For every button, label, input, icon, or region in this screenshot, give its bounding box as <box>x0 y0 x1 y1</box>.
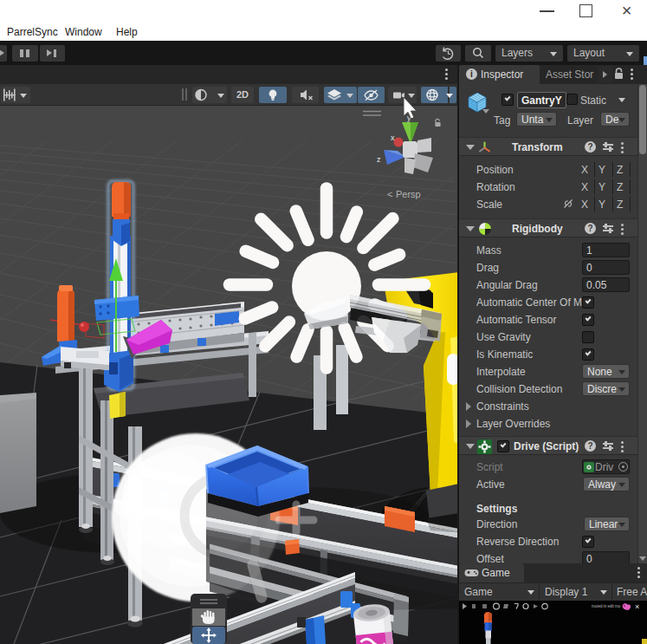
svg-text:<: < <box>387 189 392 199</box>
svg-text:Persp: Persp <box>396 189 421 199</box>
svg-text:z: z <box>377 155 381 164</box>
svg-text:×: × <box>635 602 639 611</box>
svg-text:x: x <box>391 133 395 142</box>
svg-text:muted in edit mo: muted in edit mo <box>592 604 621 608</box>
